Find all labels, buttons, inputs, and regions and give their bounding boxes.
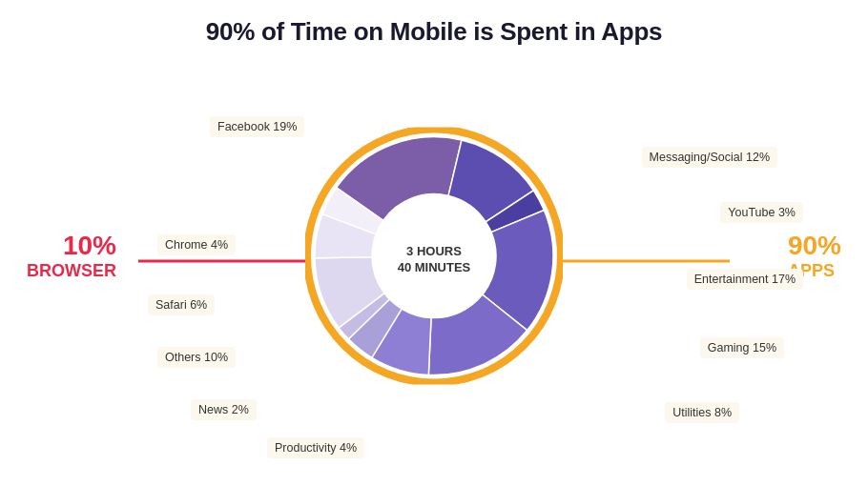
callout-chrome: Chrome 4% bbox=[157, 234, 236, 255]
callout-facebook: Facebook 19% bbox=[210, 116, 304, 137]
callout-gaming: Gaming 15% bbox=[700, 337, 784, 358]
donut-svg bbox=[305, 128, 563, 385]
callout-news: News 2% bbox=[191, 399, 257, 420]
chart-area: 10% BROWSER 90% APPS 3 HOURS 40 MINUTES … bbox=[0, 51, 868, 471]
apps-percent: 90% bbox=[788, 231, 841, 261]
browser-percent: 10% bbox=[27, 231, 116, 261]
callout-productivity: Productivity 4% bbox=[267, 437, 364, 458]
apps-line bbox=[558, 260, 730, 263]
browser-label: 10% BROWSER bbox=[27, 231, 116, 281]
callout-utilities: Utilities 8% bbox=[665, 402, 739, 423]
callout-safari: Safari 6% bbox=[148, 294, 215, 315]
browser-line bbox=[138, 260, 310, 263]
callout-entertainment: Entertainment 17% bbox=[687, 269, 803, 290]
donut-chart bbox=[305, 128, 563, 385]
callout-others: Others 10% bbox=[157, 347, 236, 368]
svg-point-1 bbox=[372, 194, 496, 318]
page-title: 90% of Time on Mobile is Spent in Apps bbox=[0, 0, 868, 47]
callout-messaging-social: Messaging/Social 12% bbox=[642, 147, 777, 168]
browser-text: BROWSER bbox=[27, 261, 116, 281]
callout-youtube: YouTube 3% bbox=[720, 202, 803, 223]
